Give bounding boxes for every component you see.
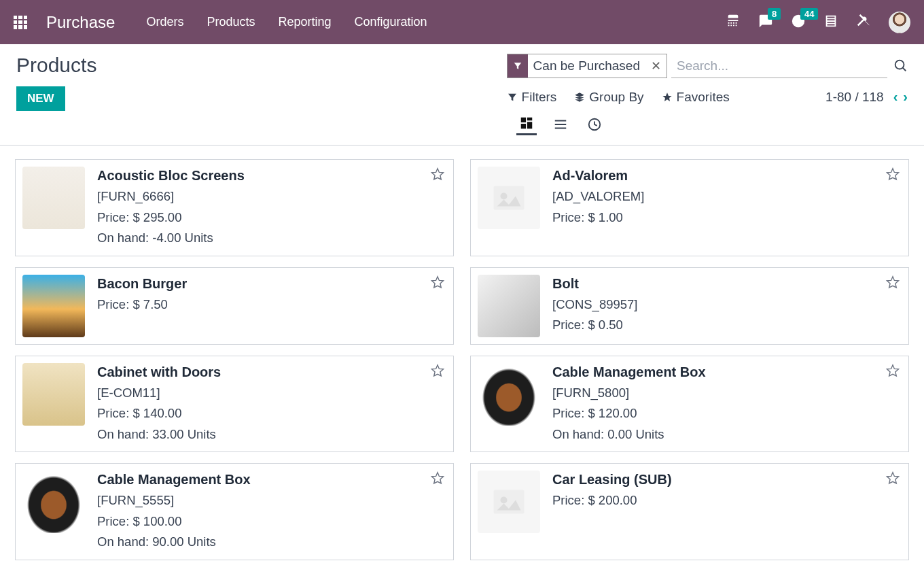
product-price: Price: $ 1.00	[552, 207, 902, 228]
product-thumb	[478, 471, 540, 533]
view-activity-icon[interactable]	[584, 113, 605, 135]
filters-button[interactable]: Filters	[507, 90, 557, 105]
svg-point-5	[501, 497, 508, 504]
product-card[interactable]: Acoustic Bloc Screens[FURN_6666]Price: $…	[15, 159, 454, 256]
product-price: Price: $ 7.50	[97, 294, 446, 315]
spreadsheet-icon[interactable]	[823, 14, 838, 31]
page-title: Products	[16, 54, 507, 77]
view-kanban-icon[interactable]	[516, 113, 537, 135]
star-icon[interactable]	[885, 167, 900, 184]
phone-icon[interactable]	[726, 14, 741, 31]
product-body: Ad-Valorem[AD_VALOREM]Price: $ 1.00	[552, 167, 902, 228]
product-thumb	[22, 471, 85, 533]
product-thumb	[22, 275, 85, 337]
product-body: Cable Management Box[FURN_5555]Price: $ …	[97, 471, 446, 553]
nav-products[interactable]: Products	[207, 15, 255, 29]
product-ref: [FURN_6666]	[97, 186, 446, 207]
svg-point-3	[501, 193, 508, 200]
topnav: Purchase Orders Products Reporting Confi…	[0, 0, 924, 44]
product-card[interactable]: Bolt[CONS_89957]Price: $ 0.50	[470, 267, 909, 345]
product-ref: [E-COM11]	[97, 383, 446, 404]
product-price: Price: $ 200.00	[552, 490, 902, 511]
activities-icon[interactable]: 44	[791, 14, 806, 31]
new-button[interactable]: NEW	[16, 86, 65, 111]
groupby-button[interactable]: Group By	[574, 90, 643, 105]
product-ref: [CONS_89957]	[552, 294, 902, 315]
messages-badge: 8	[768, 8, 781, 20]
product-card[interactable]: Cabinet with Doors[E-COM11]Price: $ 140.…	[15, 356, 454, 453]
favorites-button[interactable]: Favorites	[662, 90, 730, 105]
product-thumb	[478, 167, 540, 229]
product-ref: [AD_VALOREM]	[552, 186, 902, 207]
product-thumb	[478, 275, 540, 337]
nav-configuration[interactable]: Configuration	[355, 15, 427, 29]
apps-icon[interactable]	[14, 16, 27, 29]
view-list-icon[interactable]	[550, 113, 571, 135]
product-card[interactable]: Car Leasing (SUB)Price: $ 200.00	[470, 463, 909, 560]
pager-prev-icon[interactable]: ‹	[893, 89, 898, 105]
product-onhand: On hand: -4.00 Units	[97, 228, 446, 249]
messages-icon[interactable]: 8	[758, 14, 773, 31]
star-icon[interactable]	[885, 363, 900, 380]
product-title: Bolt	[552, 276, 902, 292]
product-card[interactable]: Bacon BurgerPrice: $ 7.50	[15, 267, 454, 345]
nav-orders[interactable]: Orders	[146, 15, 183, 29]
star-icon[interactable]	[430, 167, 445, 184]
star-icon[interactable]	[885, 471, 900, 488]
facet-label: Can be Purchased	[528, 58, 645, 73]
product-body: Acoustic Bloc Screens[FURN_6666]Price: $…	[97, 167, 446, 249]
pager-text: 1-80 / 118	[825, 90, 884, 105]
product-title: Bacon Burger	[97, 276, 446, 292]
product-body: Cabinet with Doors[E-COM11]Price: $ 140.…	[97, 363, 446, 445]
tools-icon[interactable]	[856, 14, 871, 31]
search-row: Can be Purchased ✕	[507, 54, 908, 78]
svg-line-1	[903, 67, 906, 71]
star-icon[interactable]	[430, 363, 445, 380]
product-body: Cable Management Box[FURN_5800]Price: $ …	[552, 363, 902, 445]
product-ref: [FURN_5555]	[97, 490, 446, 511]
product-price: Price: $ 100.00	[97, 511, 446, 532]
product-onhand: On hand: 0.00 Units	[552, 424, 902, 445]
product-ref: [FURN_5800]	[552, 383, 902, 404]
activities-badge: 44	[800, 8, 818, 20]
star-icon[interactable]	[430, 471, 445, 488]
favorites-label: Favorites	[677, 90, 730, 105]
product-price: Price: $ 0.50	[552, 315, 902, 336]
product-body: Bolt[CONS_89957]Price: $ 0.50	[552, 275, 902, 336]
search-input[interactable]	[671, 54, 887, 78]
avatar[interactable]	[889, 12, 910, 33]
search-icon[interactable]	[893, 58, 908, 75]
funnel-icon	[508, 54, 528, 78]
star-icon[interactable]	[430, 275, 445, 292]
product-title: Cable Management Box	[97, 472, 446, 488]
product-onhand: On hand: 90.00 Units	[97, 532, 446, 553]
product-title: Cabinet with Doors	[97, 364, 446, 380]
facet-remove-icon[interactable]: ✕	[645, 58, 667, 73]
product-price: Price: $ 120.00	[552, 403, 902, 424]
product-title: Acoustic Bloc Screens	[97, 168, 446, 184]
product-title: Ad-Valorem	[552, 168, 902, 184]
search-facet: Can be Purchased ✕	[507, 54, 667, 78]
product-thumb	[22, 167, 85, 229]
star-icon[interactable]	[885, 275, 900, 292]
svg-point-0	[895, 60, 904, 69]
filters-label: Filters	[522, 90, 557, 105]
product-onhand: On hand: 33.00 Units	[97, 424, 446, 445]
product-body: Bacon BurgerPrice: $ 7.50	[97, 275, 446, 315]
product-card[interactable]: Cable Management Box[FURN_5800]Price: $ …	[470, 356, 909, 453]
pager-next-icon[interactable]: ›	[903, 89, 908, 105]
product-price: Price: $ 295.00	[97, 207, 446, 228]
product-body: Car Leasing (SUB)Price: $ 200.00	[552, 471, 902, 511]
groupby-label: Group By	[589, 90, 643, 105]
product-card[interactable]: Ad-Valorem[AD_VALOREM]Price: $ 1.00	[470, 159, 909, 256]
product-title: Cable Management Box	[552, 364, 902, 380]
product-price: Price: $ 140.00	[97, 403, 446, 424]
product-title: Car Leasing (SUB)	[552, 472, 902, 488]
nav-reporting[interactable]: Reporting	[278, 15, 331, 29]
product-thumb	[478, 363, 540, 426]
product-kanban: Acoustic Bloc Screens[FURN_6666]Price: $…	[0, 146, 924, 574]
nav-links: Orders Products Reporting Configuration	[146, 15, 427, 29]
product-card[interactable]: Cable Management Box[FURN_5555]Price: $ …	[15, 463, 454, 560]
product-thumb	[22, 363, 85, 426]
app-title[interactable]: Purchase	[46, 13, 115, 32]
